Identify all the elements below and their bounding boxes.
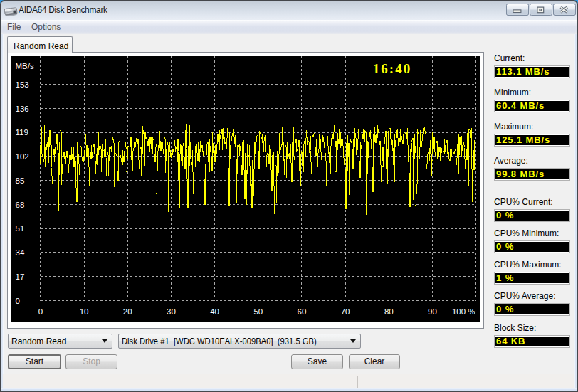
svg-text:20: 20 [123,307,132,316]
svg-text:MB/s: MB/s [16,62,34,70]
svg-text:68: 68 [16,201,25,209]
svg-text:16:40: 16:40 [373,61,411,76]
svg-text:119: 119 [16,128,28,137]
svg-text:10: 10 [80,307,89,316]
svg-text:136: 136 [16,105,29,113]
svg-text:40: 40 [210,307,219,316]
svg-text:50: 50 [253,307,263,316]
svg-text:30: 30 [167,307,176,316]
svg-text:90: 90 [428,307,437,316]
svg-text:0: 0 [38,307,43,316]
svg-text:70: 70 [341,307,350,316]
svg-text:0: 0 [16,297,20,305]
svg-text:34: 34 [16,248,25,257]
svg-text:153: 153 [16,80,29,89]
svg-text:102: 102 [16,152,29,161]
svg-text:80: 80 [384,307,394,316]
svg-text:85: 85 [16,176,25,185]
svg-text:17: 17 [16,272,25,281]
svg-text:100 %: 100 % [452,307,475,316]
svg-text:51: 51 [16,224,25,233]
svg-text:60: 60 [298,307,307,316]
